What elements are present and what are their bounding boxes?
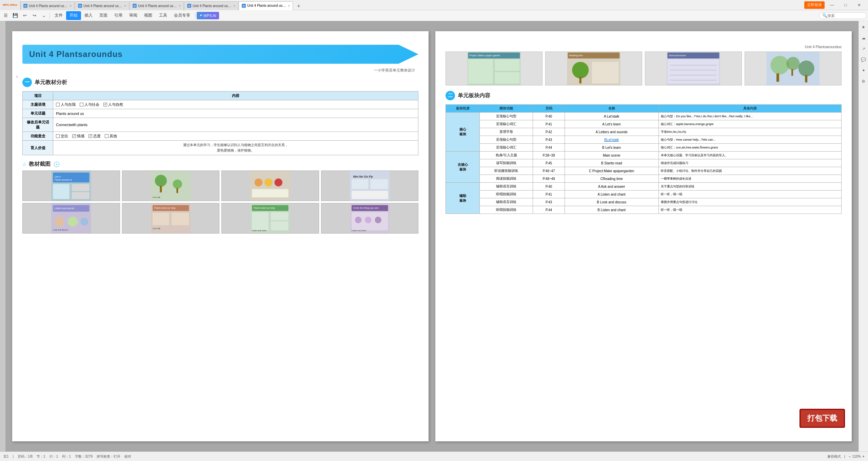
- core-name-2: A Let's learn: [565, 120, 658, 128]
- subcore-category: 次核心板块: [446, 152, 480, 183]
- svg-text:Look and discuss: Look and discuss: [53, 229, 68, 231]
- menu-expand-icon[interactable]: ☰: [1, 11, 10, 20]
- new-tab-button[interactable]: +: [295, 2, 303, 10]
- cb-self-box[interactable]: [56, 103, 60, 106]
- menu-insert[interactable]: 插入: [81, 11, 96, 20]
- table-row-subcore-4: 阅读技能训练 P.48~49 CReading time 一棵苹果树的成长自述: [446, 175, 842, 183]
- core-page-4: P.43: [533, 136, 565, 144]
- undo-icon[interactable]: ↩: [20, 11, 29, 20]
- svg-text:Project: Make a paper garden: Project: Make a paper garden: [469, 54, 500, 57]
- tab-icon-1: W: [23, 4, 27, 8]
- cb-communication-box[interactable]: [56, 134, 60, 138]
- aux-content-3: 看图并用重点句型进行讨论: [658, 198, 841, 206]
- tab-label-5: Unit 4 Plants around us整...: [247, 3, 287, 8]
- tab-close-4[interactable]: ×: [233, 4, 235, 8]
- section2-number: 二: [446, 91, 455, 100]
- svg-rect-4: [53, 184, 70, 199]
- sidebar-cloud-icon[interactable]: ☁: [860, 35, 867, 41]
- tab-3[interactable]: W Unit 4 Plants around us Part B ... ×: [130, 1, 184, 10]
- core-func-3: 里理字母: [480, 128, 533, 136]
- textbook-img-6: Plants need our help Let's talk: [122, 203, 220, 234]
- subcore-page-3: P.46~47: [533, 167, 565, 175]
- maximize-button[interactable]: □: [840, 0, 852, 10]
- table-row-revised-topic: 修改后单元话题 Connectwith plants: [23, 118, 418, 132]
- textbook-title: 教材截图: [29, 161, 51, 168]
- table-row-aux-4: 听唱技能训练 P.44 B Listen and chant 听一听，唱一唱: [446, 206, 842, 214]
- account-button[interactable]: 立即登录: [804, 1, 825, 9]
- sidebar-ai-icon[interactable]: ✦: [860, 67, 867, 74]
- table-row-core-1: 核心板块 呈现核心句型 P.40 A Let'stalk 核心句型：Do you…: [446, 113, 842, 120]
- status-col: 列：1: [62, 454, 71, 459]
- tab-5[interactable]: W Unit 4 Plants around us整... ×: [239, 1, 293, 10]
- function-content: 交往 情感 态度: [53, 132, 418, 141]
- core-link-4[interactable]: BLet'stalk: [604, 138, 619, 142]
- zoom-out-button[interactable]: −: [848, 454, 851, 459]
- tab-close-5[interactable]: ×: [288, 4, 290, 8]
- menu-home[interactable]: 开始: [66, 11, 81, 20]
- wps-ai-button[interactable]: ✦ WPS AI: [197, 12, 219, 19]
- tab-close-3[interactable]: ×: [179, 4, 181, 8]
- svg-point-10: [173, 179, 182, 188]
- subcore-page-1: P.38~39: [533, 152, 565, 159]
- menu-file[interactable]: 文件: [51, 11, 66, 20]
- svg-text:Listen and chant: Listen and chant: [351, 229, 366, 232]
- section1-title-row: 一 单元教材分析: [22, 78, 418, 87]
- redo-icon[interactable]: ↪: [30, 11, 39, 20]
- textbook-img-1: Unit 4 Plants around us: [22, 171, 120, 201]
- svg-rect-76: [776, 74, 779, 82]
- subcore-name-4: CReading time: [565, 175, 658, 183]
- aux-func-4: 听唱技能训练: [480, 206, 533, 214]
- search-bar[interactable]: 🔍: [819, 12, 867, 19]
- svg-rect-40: [252, 212, 269, 230]
- menu-references[interactable]: 引用: [111, 11, 126, 20]
- svg-point-8: [155, 175, 166, 187]
- core-content-1: 核心句型：Do you like...?Yes,I do./No,I don't…: [658, 113, 841, 120]
- aux-func-1: 辅助语言训练: [480, 183, 533, 191]
- right-sidebar: ★ ☁ ↗ 💬 ✦ ⚙: [859, 21, 868, 452]
- cb-emotion-box[interactable]: [72, 134, 76, 138]
- svg-text:Let's talk: Let's talk: [152, 196, 160, 198]
- tab-2[interactable]: W Unit 4 Plants around us Part A ×: [75, 1, 129, 10]
- aux-name-2: A Listen and chant: [565, 191, 658, 198]
- menu-tools[interactable]: 工具: [156, 11, 171, 20]
- sidebar-share-icon[interactable]: ↗: [860, 45, 867, 52]
- more-icon[interactable]: ⌄: [39, 11, 48, 20]
- col-header-name: 名称: [565, 105, 658, 113]
- tab-1[interactable]: W Unit 4 Plants around us Part A ×: [20, 1, 75, 10]
- cb-self: 人与自我: [56, 102, 76, 107]
- cb-attitude-box[interactable]: [88, 134, 92, 138]
- menu-view[interactable]: 视图: [141, 11, 156, 20]
- search-input[interactable]: [827, 14, 861, 18]
- svg-point-15: [264, 178, 272, 186]
- aux-func-2: 听唱技能训练: [480, 191, 533, 198]
- separator-1: [50, 12, 50, 19]
- table-header-item: 项目: [23, 92, 53, 100]
- close-button[interactable]: ✕: [853, 0, 865, 10]
- sidebar-comment-icon[interactable]: 💬: [860, 56, 867, 63]
- revised-topic-content: Connectwith plants: [53, 118, 418, 132]
- cb-emotion: 情感: [72, 134, 84, 139]
- svg-rect-5: [72, 184, 90, 191]
- cb-nature-box[interactable]: [103, 103, 107, 106]
- drag-handle[interactable]: ⠿: [16, 75, 18, 79]
- download-banner[interactable]: 打包下载: [800, 409, 845, 428]
- subcore-name-3: C Project:Make apapergarden: [565, 167, 658, 175]
- textbook-add-button[interactable]: +: [54, 162, 59, 167]
- svg-rect-9: [160, 186, 162, 193]
- cb-society-box[interactable]: [80, 103, 83, 106]
- sidebar-settings-icon[interactable]: ⚙: [860, 78, 867, 85]
- menu-membership[interactable]: 会员专享: [171, 11, 194, 20]
- menu-review[interactable]: 审阅: [126, 11, 141, 20]
- menu-page[interactable]: 页面: [96, 11, 111, 20]
- wps-ai-label: WPS AI: [203, 14, 216, 18]
- zoom-in-button[interactable]: +: [862, 454, 865, 459]
- cb-other-box[interactable]: [105, 134, 108, 138]
- minimize-button[interactable]: —: [826, 0, 838, 10]
- core-page-5: P.44: [533, 144, 565, 152]
- tab-close-1[interactable]: ×: [70, 4, 72, 8]
- sidebar-star-icon[interactable]: ★: [860, 24, 867, 31]
- tab-close-2[interactable]: ×: [124, 4, 126, 8]
- analysis-table: 项目 内容 主题语境 人与自我: [22, 91, 418, 155]
- save-icon[interactable]: 💾: [11, 11, 20, 20]
- tab-4[interactable]: W Unit 4 Plants around us Part B St... ×: [184, 1, 238, 10]
